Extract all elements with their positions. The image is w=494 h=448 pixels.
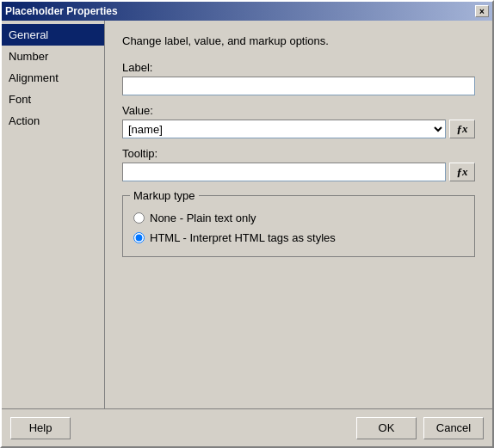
cancel-button[interactable]: Cancel <box>423 417 484 439</box>
sidebar-item-font[interactable]: Font <box>2 89 104 110</box>
sidebar-item-alignment[interactable]: Alignment <box>2 67 104 89</box>
markup-type-group: Markup type None - Plain text only HTML … <box>122 195 475 257</box>
footer-right: OK Cancel <box>356 417 484 439</box>
label-field-row: Label: <box>122 61 475 95</box>
tooltip-fx-button[interactable]: ƒx <box>449 163 475 181</box>
dialog-title: Placeholder Properties <box>5 5 118 17</box>
markup-radio-none-row: None - Plain text only <box>133 212 464 224</box>
label-input[interactable] <box>122 77 475 95</box>
dialog-placeholder-properties: Placeholder Properties × General Number … <box>0 0 494 448</box>
tooltip-field-label: Tooltip: <box>122 147 475 160</box>
markup-radio-none[interactable] <box>133 212 145 224</box>
sidebar-item-action[interactable]: Action <box>2 110 104 132</box>
value-select[interactable]: [name] <box>122 120 446 138</box>
value-fx-button[interactable]: ƒx <box>449 120 475 138</box>
footer-left: Help <box>10 417 71 439</box>
markup-type-legend: Markup type <box>130 189 199 202</box>
value-field-row: Value: [name] ƒx <box>122 104 475 138</box>
main-description: Change label, value, and markup options. <box>122 34 475 47</box>
value-field-label: Value: <box>122 104 475 117</box>
markup-radio-html-row: HTML - Interpret HTML tags as styles <box>133 231 464 244</box>
sidebar: General Number Alignment Font Action <box>2 21 105 408</box>
tooltip-input-row: ƒx <box>122 163 475 181</box>
markup-radio-none-label: None - Plain text only <box>150 212 256 224</box>
sidebar-item-number[interactable]: Number <box>2 46 104 67</box>
title-bar: Placeholder Properties × <box>2 2 492 21</box>
sidebar-item-general[interactable]: General <box>2 24 104 46</box>
close-button[interactable]: × <box>475 5 489 17</box>
dialog-body: General Number Alignment Font Action Cha… <box>2 21 492 408</box>
markup-radio-html-label: HTML - Interpret HTML tags as styles <box>150 231 336 244</box>
markup-radio-html[interactable] <box>133 232 145 243</box>
main-content: Change label, value, and markup options.… <box>105 21 492 408</box>
ok-button[interactable]: OK <box>356 417 417 439</box>
help-button[interactable]: Help <box>10 417 71 439</box>
dialog-footer: Help OK Cancel <box>2 408 492 446</box>
tooltip-field-row: Tooltip: ƒx <box>122 147 475 181</box>
value-field-with-button: [name] ƒx <box>122 120 475 138</box>
label-field-label: Label: <box>122 61 475 74</box>
tooltip-input[interactable] <box>122 163 446 181</box>
